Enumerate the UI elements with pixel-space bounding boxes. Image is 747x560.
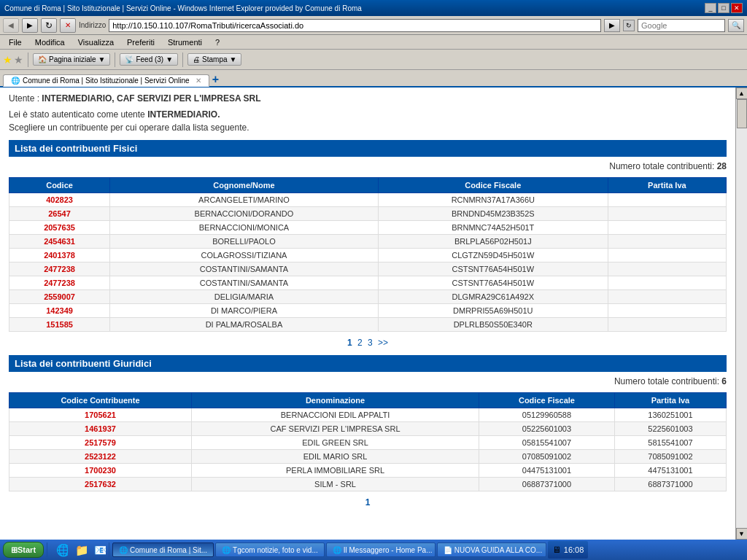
fisici-codice-6[interactable]: 2477238: [9, 276, 110, 290]
count-fisici: Numero totale contribuenti: 28: [9, 161, 727, 171]
giuridici-codice-2[interactable]: 2517579: [9, 436, 192, 450]
toolbar-separator2: [115, 52, 115, 67]
refresh-small-button[interactable]: ↻: [623, 20, 635, 31]
col-codice: Codice: [9, 178, 110, 193]
tab-icon: 🌐: [11, 77, 20, 85]
scroll-up-button[interactable]: ▲: [736, 88, 748, 99]
close-button[interactable]: ✕: [731, 3, 743, 13]
tab-label: Comune di Roma | Sito Istituzionale | Se…: [23, 77, 190, 85]
tabs-bar: 🌐 Comune di Roma | Sito Istituzionale | …: [0, 70, 747, 88]
forward-button[interactable]: ▶: [22, 18, 38, 33]
taskbar-item-1[interactable]: 🌐 Comune di Roma | Sit...: [112, 542, 214, 556]
taskbar-clock: 16:08: [564, 545, 584, 554]
giuridici-nome-5: SILM - SRL: [192, 478, 479, 491]
menu-preferiti[interactable]: Preferiti: [121, 37, 160, 47]
taskbar-item-4-icon: 📄: [444, 546, 452, 554]
table-row: 2057635 BERNACCIONI/MONICA BRNMNC74A52H5…: [9, 221, 727, 235]
fisici-codice-9[interactable]: 151585: [9, 318, 110, 332]
go-button[interactable]: ▶: [604, 19, 620, 32]
scroll-thumb[interactable]: [737, 99, 747, 128]
table-giuridici: Codice Contribuente Denominazione Codice…: [9, 392, 727, 491]
taskbar-sep2: [109, 542, 109, 556]
taskbar-item-4[interactable]: 📄 NUOVA GUIDA ALLA CO...: [437, 542, 546, 556]
scroll-down-button[interactable]: ▼: [736, 528, 748, 540]
giuridici-codice-3[interactable]: 2523122: [9, 450, 192, 464]
menu-strumenti[interactable]: Strumenti: [162, 37, 208, 47]
taskbar-icon3[interactable]: 📧: [88, 542, 106, 556]
stampa-arrow: ▼: [230, 55, 237, 63]
fisici-piva-6: [608, 276, 726, 290]
menu-modifica[interactable]: Modifica: [29, 37, 71, 47]
content-wrapper: Utente : INTERMEDIARIO, CAF SERVIZI PER …: [0, 88, 747, 540]
taskbar-icon1[interactable]: 🌐: [50, 542, 68, 556]
fisici-codice-2[interactable]: 2057635: [9, 221, 110, 235]
menu-file[interactable]: File: [3, 37, 28, 47]
stop-button[interactable]: ✕: [60, 18, 76, 33]
fisici-nome-8: DI MARCO/PIERA: [110, 304, 379, 318]
giuridici-cf-0: 05129960588: [479, 408, 615, 422]
search-input[interactable]: [638, 19, 725, 32]
fisici-nome-6: COSTANTINI/SAMANTA: [110, 276, 379, 290]
giuridici-codice-0[interactable]: 1705621: [9, 408, 192, 422]
feed-arrow: ▼: [166, 55, 173, 63]
pagina-iniziale-button[interactable]: 🏠 Pagina iniziale ▼: [33, 53, 110, 66]
fisici-codice-0[interactable]: 402823: [9, 193, 110, 207]
taskbar-item-4-label: NUOVA GUIDA ALLA CO...: [454, 546, 542, 554]
taskbar-icon2[interactable]: 📁: [69, 542, 87, 556]
table-row: 2477238 COSTANTINI/SAMANTA CSTSNT76A54H5…: [9, 276, 727, 290]
scrollbar[interactable]: ▲ ▼: [735, 88, 747, 540]
giuridici-piva-5: 6887371000: [614, 478, 726, 491]
auth-user: INTERMEDIARIO.: [147, 109, 220, 120]
menu-visualizza[interactable]: Visualizza: [72, 37, 120, 47]
restore-button[interactable]: □: [718, 3, 729, 13]
favorites-star[interactable]: ★ ★: [3, 54, 23, 66]
feed-button[interactable]: 📡 Feed (3) ▼: [120, 53, 178, 66]
minimize-button[interactable]: _: [705, 3, 716, 13]
tab-main[interactable]: 🌐 Comune di Roma | Sito Istituzionale | …: [3, 74, 209, 87]
fisici-codice-3[interactable]: 2454631: [9, 235, 110, 249]
back-button[interactable]: ◀: [3, 18, 19, 33]
address-label: Indirizzo: [79, 21, 106, 29]
feed-label: Feed (3): [136, 55, 163, 63]
gpage-1-link[interactable]: 1: [365, 497, 371, 508]
address-input[interactable]: [109, 19, 601, 32]
auth-text1: Lei è stato autenticato come utente INTE…: [9, 109, 727, 120]
taskbar-item-2[interactable]: 🌐 Tgcom notizie, foto e vid...: [215, 542, 325, 556]
giuridici-codice-1[interactable]: 1461937: [9, 422, 192, 436]
menu-help[interactable]: ?: [209, 37, 225, 47]
start-button[interactable]: ⊞ Start: [3, 542, 44, 556]
fisici-nome-1: BERNACCIONI/DORANDO: [110, 207, 379, 221]
col-denominazione: Denominazione: [192, 393, 479, 408]
fisici-cf-4: CLGTZN59D45H501W: [378, 249, 608, 262]
fisici-cf-1: BRNDND45M23B352S: [378, 207, 608, 221]
page-next-link[interactable]: >>: [378, 338, 388, 348]
new-tab-button[interactable]: +: [212, 73, 219, 86]
page-2-link[interactable]: 2: [357, 338, 363, 348]
page-3-link[interactable]: 3: [368, 338, 373, 348]
page-1-link[interactable]: 1: [347, 338, 352, 348]
giuridici-cf-3: 07085091002: [479, 450, 615, 464]
taskbar-item-3[interactable]: 🌐 Il Messaggero - Home Pa...: [326, 542, 436, 556]
count-giuridici: Numero totale contribuenti: 6: [9, 376, 727, 386]
total-fisici-label: Numero totale contribuenti:: [609, 161, 714, 171]
fisici-piva-7: [608, 290, 726, 304]
refresh-button[interactable]: ↻: [41, 18, 57, 33]
fisici-codice-1[interactable]: 26547: [9, 207, 110, 221]
section-fisici-header: Lista dei contribuenti Fisici: [9, 140, 727, 157]
fisici-nome-0: ARCANGELETI/MARINO: [110, 193, 379, 207]
stampa-button[interactable]: 🖨 Stampa ▼: [187, 53, 241, 66]
tab-close[interactable]: ✕: [196, 77, 201, 85]
fisici-codice-5[interactable]: 2477238: [9, 262, 110, 276]
giuridici-codice-5[interactable]: 2517632: [9, 478, 192, 491]
giuridici-nome-3: EDIL MARIO SRL: [192, 450, 479, 464]
fisici-codice-7[interactable]: 2559007: [9, 290, 110, 304]
section-fisici-label: Lista dei contribuenti Fisici: [15, 143, 137, 154]
fisici-cf-8: DMRPRI55A69H501U: [378, 304, 608, 318]
giuridici-codice-4[interactable]: 1700230: [9, 464, 192, 478]
search-go-button[interactable]: 🔍: [728, 19, 744, 32]
fisici-codice-8[interactable]: 142349: [9, 304, 110, 318]
fisici-cf-3: BRLPLA56P02H501J: [378, 235, 608, 249]
window-controls: _ □ ✕: [705, 3, 743, 13]
fisici-codice-4[interactable]: 2401378: [9, 249, 110, 262]
fisici-piva-3: [608, 235, 726, 249]
